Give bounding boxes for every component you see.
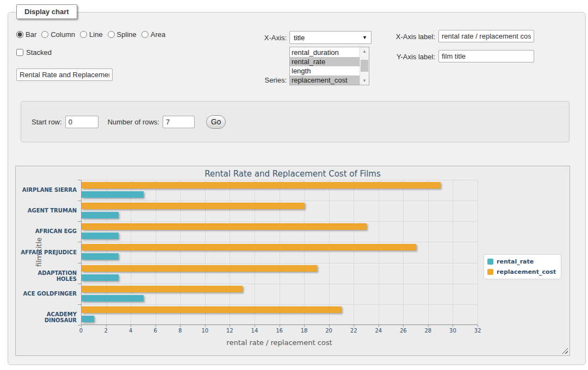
x-tick-label: 14 [246,328,263,334]
gridline-v [180,180,181,325]
chart-type-option-label: Spline [117,30,137,39]
x-tick-label: 20 [321,328,337,334]
series-listbox-items: rental_durationrental_ratelengthreplacem… [290,47,360,85]
stacked-checkbox[interactable] [16,49,23,56]
stacked-checkbox-row[interactable]: Stacked [16,48,52,57]
legend-item-rental_rate[interactable]: rental_rate [487,258,556,265]
bar-replacement_cost-adaptation-holes[interactable] [82,265,317,272]
y-axis-label-input[interactable] [438,50,534,62]
x-tick-mark [329,325,330,327]
y-tick-mark [78,200,81,201]
chart-type-radios: BarColumnLineSplineArea [16,30,170,39]
x-tick-label: 12 [221,328,238,334]
x-tick-label: 16 [271,328,288,334]
gridline-v [329,180,330,325]
x-tick-label: 26 [395,328,411,334]
category-label: ACE GOLDFINGER [16,291,77,297]
chart-type-option-bar[interactable]: Bar [16,30,36,39]
y-tick-mark [78,180,81,180]
scrollbar-down-icon[interactable]: ▼ [360,77,369,85]
gridline-v [106,180,107,325]
scrollbar-thumb[interactable] [361,60,368,72]
chart-type-radio-bar[interactable] [16,31,23,38]
start-row-input[interactable] [65,116,98,128]
chart-type-option-line[interactable]: Line [80,30,103,39]
category-label: ACADEMY DINOSAUR [16,311,77,323]
legend-swatch-rental_rate [487,259,493,265]
series-option-rental_rate[interactable]: rental_rate [290,57,360,66]
num-rows-input[interactable] [163,116,195,128]
x-tick-label: 18 [296,328,312,334]
legend-item-replacement_cost[interactable]: replacement_cost [487,268,556,275]
bar-rental_rate-academy-dinosaur[interactable] [82,316,94,322]
x-axis-label-input[interactable] [438,30,534,42]
bar-rental_rate-agent-truman[interactable] [82,212,119,218]
chart-type-option-label: Line [89,30,103,39]
chart-type-radio-line[interactable] [80,31,87,38]
bar-replacement_cost-african-egg[interactable] [82,223,367,230]
legend-label: rental_rate [497,258,534,265]
resize-grip-icon[interactable] [562,348,568,354]
x-tick-label: 2 [98,328,114,334]
chart-type-option-spline[interactable]: Spline [108,30,137,39]
series-option-length[interactable]: length [290,66,360,76]
chart-type-option-area[interactable]: Area [141,30,165,39]
series-option-replacement_cost[interactable]: replacement_cost [290,76,360,85]
bar-rental_rate-adaptation-holes[interactable] [82,274,119,281]
series-listbox-scrollbar[interactable]: ▲ ▼ [360,47,369,85]
bar-replacement_cost-ace-goldfinger[interactable] [82,286,243,292]
x-axis-selected-value: title [294,34,305,42]
series-listbox[interactable]: rental_durationrental_ratelengthreplacem… [289,47,369,85]
stacked-label: Stacked [26,48,52,57]
x-tick-mark [180,325,181,327]
chart-type-radio-spline[interactable] [108,31,115,38]
x-tick-label: 8 [172,328,188,334]
y-tick-mark [78,284,81,284]
category-label: AFRICAN EGG [16,228,77,234]
gridline-h [81,180,478,180]
chart-type-radio-column[interactable] [41,31,48,38]
bar-replacement_cost-agent-truman[interactable] [82,203,305,209]
x-tick-mark [205,325,206,327]
rows-panel: Start row: Number of rows: Go [21,101,570,142]
chart-title: Rental Rate and Replacement Cost of Film… [16,169,570,179]
chart-type-option-label: Bar [26,30,36,39]
x-tick-label: 10 [197,328,213,334]
go-button[interactable]: Go [206,115,226,129]
y-axis-line [81,180,82,325]
bar-rental_rate-airplane-sierra[interactable] [82,191,144,198]
x-axis-title: rental rate / replacement cost [81,338,478,347]
chart-title-input[interactable] [16,68,113,81]
x-tick-mark [81,325,82,327]
gridline-v [304,180,305,325]
gridline-h [81,263,478,264]
bar-rental_rate-ace-goldfinger[interactable] [82,295,144,302]
x-tick-label: 24 [370,328,387,334]
category-label: ADAPTATION HOLES [16,270,77,282]
scrollbar-up-icon[interactable]: ▲ [360,47,369,55]
chart-type-radio-area[interactable] [141,31,148,38]
category-label: AIRPLANE SIERRA [16,187,77,193]
bar-rental_rate-african-egg[interactable] [82,233,119,239]
gridline-h [81,242,478,242]
x-tick-mark [106,325,107,327]
x-tick-label: 4 [122,328,139,334]
chevron-down-icon: ▼ [362,35,367,40]
x-tick-mark [403,325,404,327]
y-axis-title: film title [35,180,43,325]
x-axis-select[interactable]: title ▼ [289,31,372,44]
category-label: AGENT TRUMAN [16,208,77,214]
chart-type-option-column[interactable]: Column [41,30,75,39]
start-row-label: Start row: [32,118,62,126]
bar-rental_rate-affair-prejudice[interactable] [82,253,119,260]
bar-replacement_cost-affair-prejudice[interactable] [82,244,416,250]
bar-replacement_cost-airplane-sierra[interactable] [82,182,441,189]
bar-replacement_cost-academy-dinosaur[interactable] [82,306,342,313]
gridline-v [131,180,131,325]
chart-type-option-label: Column [51,30,75,39]
gridline-v [428,180,429,325]
x-tick-mark [478,325,478,327]
gridline-v [280,180,280,325]
chart-type-option-label: Area [151,30,165,39]
series-option-rental_duration[interactable]: rental_duration [290,48,360,57]
